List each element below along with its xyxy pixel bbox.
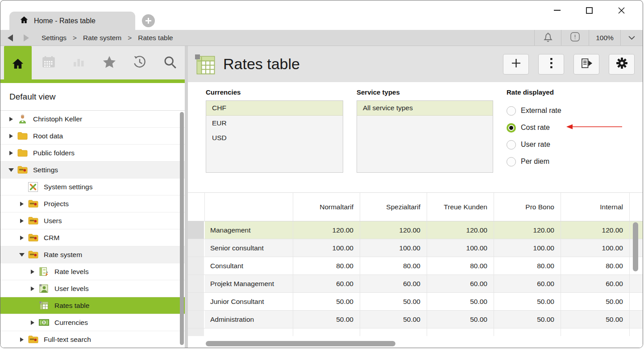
rate-cell[interactable]: 60.00 — [494, 275, 561, 292]
rate-cell[interactable]: 80.00 — [360, 257, 427, 274]
row-selector[interactable] — [188, 239, 205, 257]
list-item-usd[interactable]: USD — [206, 130, 343, 145]
tree-item-root-data[interactable]: Root data — [0, 128, 185, 145]
breadcrumb-item-settings[interactable]: Settings — [42, 34, 66, 42]
rate-cell[interactable]: 100.00 — [494, 239, 561, 257]
tree-item-user-levels[interactable]: User levels — [0, 280, 185, 297]
tab-home[interactable]: Home - Rates table — [9, 12, 135, 30]
tree-item-rate-levels[interactable]: Rate levels — [0, 263, 185, 280]
expander-collapsed-icon[interactable] — [6, 151, 17, 155]
more-button[interactable] — [538, 54, 564, 75]
rate-cell[interactable]: 50.00 — [494, 311, 561, 328]
row-label[interactable]: Administration — [205, 311, 293, 328]
table-horizontal-scrollbar[interactable] — [206, 341, 395, 346]
expander-collapsed-icon[interactable] — [27, 270, 38, 274]
rate-cell[interactable]: 80.00 — [293, 257, 360, 274]
expander-collapsed-icon[interactable] — [6, 134, 17, 138]
sidebar-tab-calendar[interactable] — [40, 46, 58, 79]
menu-expand-button[interactable] — [620, 30, 643, 46]
radio-per-diem[interactable]: Per diem — [507, 153, 623, 170]
expander-collapsed-icon[interactable] — [6, 117, 17, 121]
new-tab-button[interactable] — [142, 14, 155, 27]
radio-external-rate[interactable]: External rate — [507, 102, 623, 119]
row-selector[interactable] — [188, 275, 205, 292]
rate-cell[interactable]: 100.00 — [360, 239, 427, 257]
list-item-eur[interactable]: EUR — [206, 116, 343, 130]
sidebar-tab-history[interactable] — [131, 46, 149, 79]
list-item-chf[interactable]: CHF — [206, 101, 343, 116]
row-selector[interactable] — [188, 311, 205, 328]
row-label[interactable]: Consultant — [205, 257, 293, 274]
rate-cell[interactable]: 120.00 — [561, 221, 630, 239]
splitter[interactable] — [185, 46, 188, 348]
tree-item-projects[interactable]: Projects — [0, 195, 185, 212]
sidebar-tab-home[interactable] — [4, 46, 32, 83]
row-selector[interactable] — [188, 257, 205, 274]
tree-item-rates-table[interactable]: Rates table — [0, 297, 185, 314]
rate-cell[interactable]: 60.00 — [293, 275, 360, 292]
rate-cell[interactable]: 50.00 — [293, 293, 360, 310]
rate-cell[interactable]: 50.00 — [494, 293, 561, 310]
sidebar-tab-star[interactable] — [100, 46, 118, 79]
maximize-icon[interactable] — [583, 5, 595, 15]
rate-cell[interactable]: 80.00 — [427, 257, 494, 274]
rate-cell[interactable]: 50.00 — [293, 311, 360, 328]
expander-collapsed-icon[interactable] — [27, 287, 38, 291]
expander-collapsed-icon[interactable] — [17, 337, 27, 342]
rate-cell[interactable]: 60.00 — [561, 275, 630, 292]
expander-collapsed-icon[interactable] — [17, 219, 27, 223]
tree-item-system-settings[interactable]: System settings — [0, 179, 185, 195]
rate-cell[interactable]: 50.00 — [360, 293, 427, 310]
expander-expanded-icon[interactable] — [6, 168, 17, 172]
nav-forward-icon[interactable] — [24, 34, 29, 42]
expander-collapsed-icon[interactable] — [17, 236, 27, 240]
row-label[interactable]: Junior Consultant — [205, 293, 293, 310]
rate-cell[interactable]: 100.00 — [427, 239, 494, 257]
tree-item-full-text-search[interactable]: Full-text search — [0, 331, 185, 348]
breadcrumb-item-rate-system[interactable]: Rate system — [83, 34, 121, 42]
tree-item-settings[interactable]: Settings — [0, 162, 185, 179]
rate-cell[interactable]: 120.00 — [494, 221, 561, 239]
rate-cell[interactable]: 50.00 — [561, 293, 630, 310]
notifications-button[interactable] — [534, 30, 561, 46]
sidebar-tab-bar-chart[interactable] — [70, 46, 88, 79]
rate-cell[interactable]: 50.00 — [427, 293, 494, 310]
rate-cell[interactable]: 60.00 — [427, 275, 494, 292]
expander-collapsed-icon[interactable] — [17, 202, 27, 206]
rate-cell[interactable]: 120.00 — [427, 221, 494, 239]
row-label[interactable]: Management — [205, 221, 293, 239]
rate-cell[interactable]: 120.00 — [293, 221, 360, 239]
tree-item-rate-system[interactable]: Rate system — [0, 246, 185, 263]
minimize-icon[interactable] — [551, 5, 563, 15]
report-button[interactable] — [573, 54, 599, 75]
tree-item-public-folders[interactable]: Public folders — [0, 145, 185, 162]
rate-cell[interactable]: 50.00 — [427, 311, 494, 328]
expander-collapsed-icon[interactable] — [27, 320, 38, 325]
sidebar-tab-search[interactable] — [161, 46, 179, 79]
tree-item-crm[interactable]: CRM — [0, 229, 185, 246]
rate-cell[interactable]: 100.00 — [293, 239, 360, 257]
nav-back-icon[interactable] — [8, 34, 13, 42]
rate-cell[interactable]: 120.00 — [360, 221, 427, 239]
tree-item-users[interactable]: Users — [0, 212, 185, 229]
table-vertical-scrollbar[interactable] — [633, 222, 638, 271]
radio-user-rate[interactable]: User rate — [507, 136, 623, 153]
rate-cell[interactable]: 80.00 — [561, 257, 630, 274]
rate-cell[interactable]: 80.00 — [494, 257, 561, 274]
row-label[interactable]: Senior consultant — [205, 239, 293, 257]
alerts-button[interactable] — [561, 30, 589, 46]
row-label[interactable]: Projekt Management — [205, 275, 293, 292]
zoom-level[interactable]: 100% — [589, 30, 620, 46]
list-item-all-service-types[interactable]: All service types — [357, 101, 493, 116]
expander-expanded-icon[interactable] — [17, 253, 27, 257]
close-icon[interactable] — [615, 5, 627, 15]
rate-cell[interactable]: 50.00 — [360, 311, 427, 328]
sidebar-scrollbar[interactable] — [180, 112, 184, 345]
tree-item-currencies[interactable]: Currencies — [0, 314, 185, 331]
row-selector[interactable] — [188, 221, 205, 239]
tree-item-christoph-keller[interactable]: Christoph Keller — [0, 111, 185, 128]
settings-button[interactable] — [609, 54, 635, 75]
breadcrumb-item-rates-table[interactable]: Rates table — [138, 34, 173, 42]
add-button[interactable] — [503, 54, 529, 75]
rate-cell[interactable]: 60.00 — [360, 275, 427, 292]
